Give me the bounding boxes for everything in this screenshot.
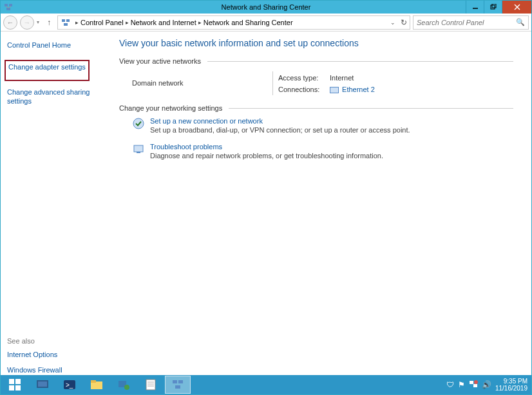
access-type-value: Internet [330,73,354,84]
svg-rect-17 [38,381,47,387]
network-category-label: Domain network [132,79,267,87]
connections-label: Connections: [278,84,330,96]
setup-connection-link[interactable]: Set up a new connection or network [150,117,263,125]
see-also-label: See also [7,337,110,345]
taskbar-notepad-icon[interactable] [138,376,164,394]
sidebar: Control Panel Home Change adapter settin… [1,32,117,375]
tray-security-icon[interactable]: 🛡 [446,380,454,389]
svg-rect-21 [91,380,96,383]
change-advanced-sharing-link[interactable]: Change advanced sharing settings [7,87,110,106]
svg-point-33 [474,380,478,384]
breadcrumb-item[interactable]: Network and Internet [131,19,196,26]
section-label: View your active networks [119,57,201,65]
breadcrumb-item[interactable]: Network and Sharing Center [204,19,293,26]
svg-rect-1 [9,4,12,6]
tray-network-icon[interactable] [469,380,478,390]
divider [229,108,513,109]
troubleshoot-link[interactable]: Troubleshoot problems [150,143,222,151]
app-icon [3,2,14,12]
svg-rect-30 [175,385,180,389]
chevron-right-icon[interactable]: ▸ [75,19,79,26]
clock-date: 11/16/2019 [495,385,527,392]
minimize-button[interactable] [466,1,484,14]
search-icon: 🔍 [516,18,525,26]
section-label: Change your networking settings [119,104,222,112]
svg-rect-31 [470,381,473,384]
taskbar: >_ 🛡 ⚑ 🔊 9:35 PM 11/16/2019 [1,375,531,394]
network-sharing-icon [61,17,71,28]
setup-connection-desc: Set up a broadband, dial-up, or VPN conn… [150,126,410,134]
svg-rect-10 [62,19,65,22]
window-title: Network and Sharing Center [1,3,531,11]
search-input[interactable]: 🔍 [413,15,529,30]
breadcrumb[interactable]: ▸ Control Panel ▸ Network and Internet ▸… [57,15,410,30]
svg-line-3 [6,6,8,8]
svg-rect-24 [146,380,155,390]
highlighted-annotation: Change adapter settings [5,60,90,80]
svg-rect-29 [178,380,183,383]
forward-button[interactable]: → [20,15,34,30]
troubleshoot-desc: Diagnose and repair network problems, or… [150,152,383,160]
setup-connection-option[interactable]: Set up a new connection or network Set u… [132,117,513,134]
back-button[interactable]: ← [3,15,17,30]
svg-point-23 [124,385,129,390]
svg-rect-28 [173,380,177,383]
svg-rect-0 [5,4,8,6]
taskbar-powershell-icon[interactable]: >_ [57,376,82,394]
active-network-block: Domain network Access type: Internet Con… [119,71,513,95]
chevron-right-icon[interactable]: ▸ [126,19,129,26]
windows-firewall-link[interactable]: Windows Firewall [7,365,110,374]
history-dropdown-icon[interactable]: ▾ [37,19,39,25]
clock-time: 9:35 PM [495,378,527,385]
up-button[interactable]: ↑ [43,17,55,28]
svg-rect-15 [137,152,140,153]
ethernet-icon [330,87,339,93]
svg-line-4 [8,6,11,8]
setup-connection-icon [132,117,145,130]
chevron-down-icon[interactable]: ⌄ [390,19,395,26]
svg-rect-7 [492,4,496,8]
navigation-bar: ← → ▾ ↑ ▸ Control Panel ▸ Network and In… [1,14,531,32]
taskbar-vmware-icon[interactable] [111,376,137,394]
connection-link[interactable]: Ethernet 2 [342,86,375,93]
svg-rect-6 [491,5,495,9]
svg-rect-12 [64,23,68,26]
refresh-icon[interactable]: ↻ [401,18,407,27]
svg-text:>_: >_ [66,381,73,389]
page-title: View your basic network information and … [119,38,513,48]
title-bar: Network and Sharing Center [1,1,531,14]
tray-volume-icon[interactable]: 🔊 [482,380,491,389]
system-clock[interactable]: 9:35 PM 11/16/2019 [495,378,527,392]
internet-options-link[interactable]: Internet Options [7,350,110,359]
troubleshoot-icon [132,143,145,156]
search-field[interactable] [417,19,525,26]
svg-rect-11 [66,19,70,22]
svg-point-13 [133,118,144,129]
restore-button[interactable] [484,1,502,14]
taskbar-file-explorer-icon[interactable] [84,376,109,394]
taskbar-network-sharing-icon[interactable] [165,376,191,394]
breadcrumb-item[interactable]: Control Panel [81,19,124,26]
taskbar-server-manager-icon[interactable] [30,376,55,394]
chevron-right-icon[interactable]: ▸ [198,19,202,26]
control-panel-home-link[interactable]: Control Panel Home [7,41,110,50]
svg-rect-2 [6,8,10,10]
access-type-label: Access type: [278,73,330,84]
svg-rect-32 [473,384,477,387]
troubleshoot-option[interactable]: Troubleshoot problems Diagnose and repai… [132,143,513,160]
vertical-divider [272,71,273,95]
divider [207,61,513,62]
tray-flag-icon[interactable]: ⚑ [458,380,465,389]
start-button[interactable] [1,375,29,394]
change-adapter-settings-link[interactable]: Change adapter settings [8,62,86,71]
main-content: View your basic network information and … [117,32,531,375]
close-button[interactable] [502,1,531,14]
svg-rect-14 [134,145,143,152]
